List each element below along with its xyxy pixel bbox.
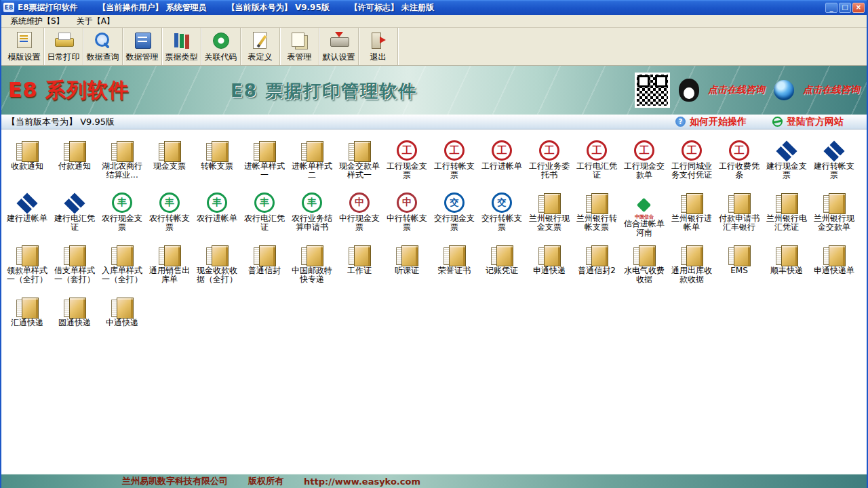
version-text: 【当前版本号为】 V9.95版 (7, 116, 115, 128)
desktop-item[interactable]: 农行进帐单 (193, 190, 241, 242)
data-manage-button[interactable]: 数据管理 (123, 28, 162, 65)
desktop-item[interactable]: 进帐单样式二 (288, 138, 336, 190)
messenger-sphere-icon[interactable] (774, 80, 794, 100)
desktop-item[interactable]: 建行转帐支票 (810, 138, 858, 190)
desktop-item[interactable]: 交行转帐支票 (478, 190, 526, 242)
desktop-item-icon-area (825, 138, 844, 161)
desktop-item[interactable]: 交行现金支票 (431, 190, 478, 242)
desktop-item[interactable]: 建行进帐单 (3, 190, 51, 242)
desktop-item[interactable]: 兰州银行进帐单 (668, 190, 715, 242)
data-query-button[interactable]: 数据查询 (83, 28, 123, 65)
desktop-item-label: 进帐单样式一 (242, 162, 287, 180)
desktop-item[interactable]: 申通快递单 (810, 242, 858, 294)
globe-icon (772, 117, 783, 127)
desktop-item[interactable]: 农行电汇凭证 (241, 190, 288, 242)
minimize-button[interactable]: _ (825, 3, 837, 13)
desktop-item-label: 工作证 (337, 266, 382, 275)
desktop-item[interactable]: 普通信封2 (573, 242, 620, 294)
book-icon (111, 245, 134, 265)
desktop-item[interactable]: 现金支票 (146, 138, 193, 190)
daily-print-button[interactable]: 日常打印 (44, 28, 83, 65)
desktop-item[interactable]: 建行现金支票 (763, 138, 810, 190)
qq-online-consult-link[interactable]: 点击在线咨询 (708, 84, 765, 96)
desktop-item[interactable]: 听课证 (383, 242, 431, 294)
desktop-item[interactable]: 工行电汇凭证 (573, 138, 620, 190)
desktop-item[interactable]: 中通快递 (98, 294, 146, 346)
desktop-item[interactable]: 圆通快递 (51, 294, 98, 346)
menu-system-maintenance[interactable]: 系统维护【S】 (4, 14, 71, 28)
desktop-item[interactable]: 工行转帐支票 (431, 138, 478, 190)
menu-about[interactable]: 关于【A】 (71, 14, 121, 28)
desktop-item[interactable]: 付款申请书汇丰银行 (715, 190, 763, 242)
desktop-item[interactable]: 工行业务委托书 (526, 138, 573, 190)
bill-types-button[interactable]: 票据类型 (162, 28, 201, 65)
desktop-item[interactable]: 水电气收费收据 (620, 242, 668, 294)
desktop-item-icon-area (63, 242, 86, 265)
how-to-start-link[interactable]: 如何开始操作 (690, 116, 747, 128)
desktop-item[interactable]: 申通快递 (526, 242, 573, 294)
desktop-item[interactable]: 中国信合 信合进帐单河南 (620, 190, 668, 242)
desktop-item[interactable]: 工行进帐单 (478, 138, 526, 190)
desktop-item-label: 圆通快递 (52, 319, 97, 327)
desktop-item-icon-area (585, 190, 608, 213)
desktop-item[interactable]: 通用销售出库单 (146, 242, 193, 294)
sphere-online-consult-link[interactable]: 点击在线咨询 (803, 84, 860, 96)
table-define-button[interactable]: 表定义 (241, 28, 280, 65)
desktop-item[interactable]: 工行同城业务支付凭证 (668, 138, 715, 190)
abc-logo-icon (302, 192, 322, 213)
template-settings-button[interactable]: 模版设置 (5, 28, 44, 65)
desktop-item[interactable]: 中国邮政特快专递 (288, 242, 336, 294)
desktop-item[interactable]: 农行转帐支票 (146, 190, 193, 242)
desktop-item[interactable]: 付款通知 (51, 138, 98, 190)
desktop-item[interactable]: 普通信封 (241, 242, 288, 294)
desktop-item-icon-area (16, 294, 39, 317)
desktop-item[interactable]: 工行收费凭条 (715, 138, 763, 190)
desktop-item[interactable]: 转帐支票 (193, 138, 241, 190)
desktop-item[interactable]: 建行电汇凭证 (51, 190, 98, 242)
desktop-item[interactable]: 工行现金交款单 (620, 138, 668, 190)
info-bar: 【当前版本号为】 V9.95版 如何开始操作 登陆官方网站 (1, 115, 867, 129)
desktop-item-label: 现金支票 (147, 162, 192, 171)
desktop-item-label: 记账凭证 (479, 266, 524, 275)
desktop-item[interactable]: 工作证 (336, 242, 383, 294)
default-settings-button[interactable]: 默认设置 (319, 28, 359, 65)
desktop-item[interactable]: 现金交款单样式一 (336, 138, 383, 190)
linked-code-button[interactable]: 关联代码 (201, 28, 241, 65)
footer-rights: 版权所有 (248, 475, 283, 487)
desktop-item[interactable]: 通用出库收款收据 (668, 242, 715, 294)
icbc-logo-icon (634, 140, 654, 161)
qq-penguin-icon[interactable] (679, 79, 699, 102)
desktop-item-icon-area (254, 190, 275, 213)
desktop-item-icon-area (397, 138, 417, 161)
desktop-item[interactable]: 兰州银行现金交款单 (810, 190, 858, 242)
desktop-item[interactable]: 入库单样式一（全打） (98, 242, 146, 294)
desktop-item[interactable]: 领款单样式一（全打） (3, 242, 51, 294)
desktop-item[interactable]: 湖北农商行结算业... (98, 138, 146, 190)
close-button[interactable]: × (852, 3, 865, 13)
desktop-item[interactable]: 记账凭证 (478, 242, 526, 294)
desktop-item[interactable]: 兰州银行现金支票 (526, 190, 573, 242)
desktop-item[interactable]: 农行现金支票 (98, 190, 146, 242)
book-icon (538, 245, 561, 265)
official-site-link[interactable]: 登陆官方网站 (787, 116, 844, 128)
exit-button[interactable]: 退出 (359, 28, 398, 65)
desktop-item[interactable]: 中行现金支票 (336, 190, 383, 242)
desktop-item[interactable]: 兰州银行电汇凭证 (763, 190, 810, 242)
desktop-item-label: 现金交款单样式一 (337, 162, 382, 180)
desktop-item[interactable]: 现金收款收据（全打） (193, 242, 241, 294)
desktop-item[interactable]: 兰州银行转帐支票 (573, 190, 620, 242)
desktop-item[interactable]: 农行业务结算申请书 (288, 190, 336, 242)
desktop-item[interactable]: 荣誉证书 (431, 242, 478, 294)
desktop-item[interactable]: EMS (715, 242, 763, 294)
desktop-item-icon-area (300, 242, 323, 265)
maximize-button[interactable]: □ (839, 3, 851, 13)
desktop-item[interactable]: 收款通知 (3, 138, 51, 190)
desktop-item[interactable]: 工行现金支票 (383, 138, 431, 190)
desktop-item-icon-area (444, 190, 465, 213)
table-manage-button[interactable]: 表管理 (280, 28, 319, 65)
desktop-item[interactable]: 顺丰快递 (763, 242, 810, 294)
desktop-item[interactable]: 汇通快递 (3, 294, 51, 346)
desktop-item[interactable]: 中行转帐支票 (383, 190, 431, 242)
desktop-item[interactable]: 进帐单样式一 (241, 138, 288, 190)
desktop-item[interactable]: 借支单样式一（套打） (51, 242, 98, 294)
